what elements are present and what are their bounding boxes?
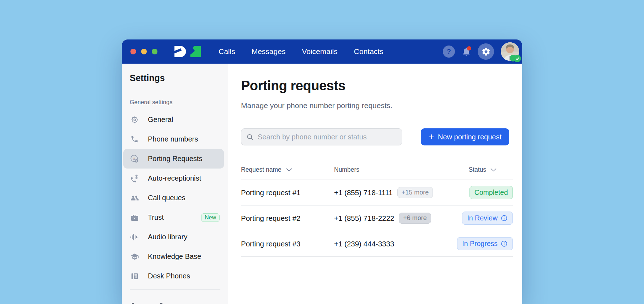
- waveform-icon: [130, 232, 139, 242]
- search-box[interactable]: [241, 128, 402, 145]
- more-numbers-chip[interactable]: +6 more: [399, 213, 431, 224]
- header-numbers: Numbers: [334, 166, 359, 174]
- phone-number: +1 (855) 718-1111: [334, 188, 393, 197]
- table-row[interactable]: Porting request #2 +1 (855) 718-2222 +6 …: [241, 206, 513, 231]
- sidebar-title: Settings: [130, 73, 228, 83]
- notifications-button[interactable]: [460, 46, 472, 58]
- new-badge: New: [201, 213, 220, 222]
- porting-requests-page: Porting requests Manage your phone numbe…: [228, 64, 522, 304]
- settings-button[interactable]: [478, 43, 494, 60]
- search-input[interactable]: [258, 133, 397, 141]
- status-badge[interactable]: In Progress: [457, 237, 513, 250]
- gear-icon: [481, 47, 491, 57]
- question-icon: ?: [447, 48, 451, 55]
- sidebar-item-knowledge-base[interactable]: Knowledge Base: [123, 247, 224, 266]
- desk-phone-icon: [130, 271, 139, 281]
- search-icon: [246, 133, 254, 141]
- window-controls: [130, 49, 157, 54]
- status-label: In Progress: [462, 240, 498, 248]
- porting-requests-table: Request name Numbers Status: [241, 166, 513, 257]
- people-icon: [130, 193, 139, 203]
- settings-sidebar: Settings General settings General: [122, 64, 228, 304]
- sidebar-item-label: Knowledge Base: [148, 252, 201, 261]
- gear-icon: [130, 115, 139, 124]
- briefcase-icon: [130, 213, 139, 222]
- header-label: Numbers: [334, 166, 359, 174]
- sidebar-item-porting-requests[interactable]: # Porting Requests: [123, 149, 224, 169]
- sidebar-divider: [130, 289, 220, 290]
- nav-contacts[interactable]: Contacts: [354, 47, 383, 56]
- sidebar-item-call-queues[interactable]: Call queues: [123, 188, 224, 208]
- help-button[interactable]: ?: [443, 46, 455, 58]
- new-porting-request-label: New porting request: [438, 133, 501, 141]
- settings-nav: General Phone numbers #: [122, 110, 228, 286]
- titlebar: Calls Messages Voicemails Contacts ?: [122, 39, 522, 64]
- app-body: Settings General settings General: [122, 64, 522, 304]
- sidebar-item-label: Auto-receptionist: [148, 174, 201, 182]
- desktop: { "topbar": { "nav_items": ["Calls", "Me…: [0, 0, 644, 304]
- graduation-cap-icon: [130, 252, 139, 261]
- header-status: Status: [468, 166, 497, 174]
- sidebar-item-label: Trust: [148, 213, 164, 222]
- status-label: Completed: [474, 188, 508, 197]
- request-name: Porting request #1: [241, 188, 334, 197]
- sidebar-item-label: Desk Phones: [148, 272, 190, 280]
- sidebar-item-general[interactable]: General: [123, 110, 224, 129]
- phone-number: +1 (855) 718-2222: [334, 214, 394, 223]
- info-icon: [500, 214, 508, 222]
- phone-number: +1 (239) 444-3333: [334, 240, 394, 248]
- new-porting-request-button[interactable]: + New porting request: [421, 128, 509, 145]
- app-window: Calls Messages Voicemails Contacts ?: [122, 39, 522, 304]
- sidebar-item-audio-library[interactable]: Audio library: [123, 227, 224, 247]
- sidebar-item-label: Audio library: [148, 233, 187, 241]
- header-request-name: Request name: [241, 166, 334, 174]
- close-window-button[interactable]: [130, 49, 136, 54]
- nav-calls[interactable]: Calls: [219, 47, 235, 56]
- info-icon: [500, 240, 508, 247]
- status-badge[interactable]: In Review: [462, 212, 513, 225]
- top-navigation: Calls Messages Voicemails Contacts: [219, 47, 383, 56]
- status-badge: Completed: [469, 186, 513, 199]
- sidebar-item-label: General: [148, 116, 173, 124]
- topbar-actions: ?: [443, 42, 519, 61]
- status-check-icon: [514, 55, 521, 62]
- sort-chevron-icon[interactable]: [490, 168, 497, 172]
- sidebar-item-desk-phones[interactable]: Desk Phones: [123, 266, 224, 286]
- page-title: Porting requests: [241, 78, 513, 94]
- user-avatar[interactable]: [501, 42, 519, 61]
- request-name: Porting request #3: [241, 240, 334, 248]
- phone-icon: [130, 134, 139, 144]
- nav-voicemails[interactable]: Voicemails: [302, 47, 337, 56]
- actions-row: + New porting request: [241, 128, 513, 145]
- zoom-window-button[interactable]: [152, 49, 157, 54]
- hash-port-icon: #: [130, 154, 139, 164]
- call-split-icon: [130, 174, 139, 183]
- more-numbers-chip[interactable]: +15 more: [397, 187, 433, 198]
- sort-chevron-icon[interactable]: [286, 168, 292, 172]
- plus-icon: +: [429, 132, 434, 141]
- table-row[interactable]: Porting request #3 +1 (239) 444-3333 In …: [241, 231, 513, 257]
- table-header-row: Request name Numbers Status: [241, 166, 513, 180]
- minimize-window-button[interactable]: [141, 49, 147, 54]
- header-label: Request name: [241, 166, 281, 174]
- sidebar-item-label: Phone numbers: [148, 135, 198, 143]
- sidebar-item-auto-receptionist[interactable]: Auto-receptionist: [123, 169, 224, 188]
- dialpad-logo: [173, 44, 202, 59]
- page-subtitle: Manage your phone number porting request…: [241, 101, 513, 110]
- sidebar-item-label: Call queues: [148, 194, 186, 202]
- status-label: In Review: [467, 214, 498, 222]
- header-label: Status: [468, 166, 486, 174]
- sidebar-item-phone-numbers[interactable]: Phone numbers: [123, 129, 224, 149]
- nav-messages[interactable]: Messages: [252, 47, 286, 56]
- sidebar-section-label: General settings: [130, 99, 228, 106]
- sidebar-item-label: Porting Requests: [148, 155, 202, 163]
- notification-dot: [467, 46, 471, 50]
- table-row[interactable]: Porting request #1 +1 (855) 718-1111 +15…: [241, 180, 513, 206]
- request-name: Porting request #2: [241, 214, 334, 223]
- sidebar-item-trust[interactable]: Trust New: [123, 208, 224, 227]
